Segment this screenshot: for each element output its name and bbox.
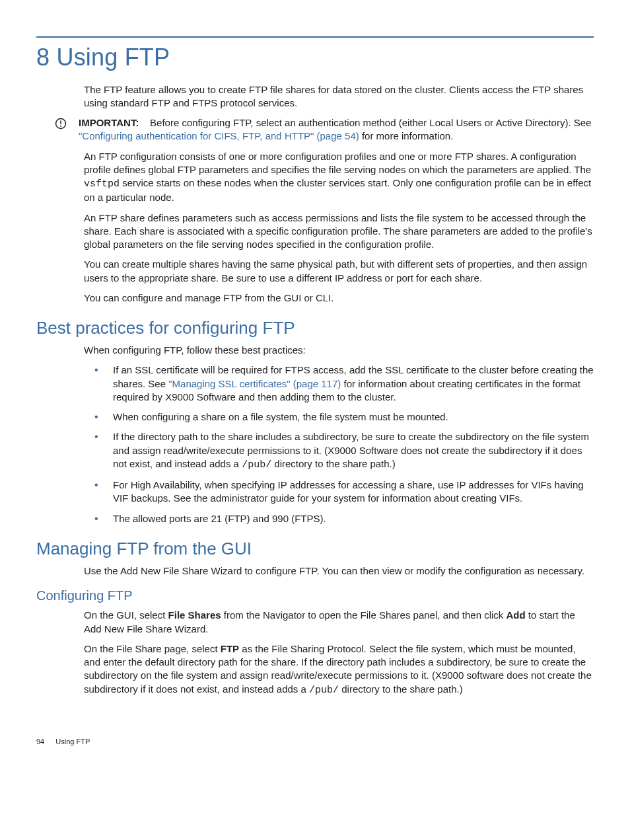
best-practices-heading: Best practices for configuring FTP <box>36 317 594 340</box>
p2a: An FTP configuration consists of one or … <box>84 151 591 175</box>
svg-point-2 <box>60 126 61 127</box>
chapter-number: 8 <box>36 44 50 71</box>
configuring-ftp-heading: Configuring FTP <box>36 587 594 605</box>
chapter-title: 8 Using FTP <box>36 42 594 74</box>
managing-gui-intro: Use the Add New File Share Wizard to con… <box>84 564 594 578</box>
paragraph-ftp-share: An FTP share defines parameters such as … <box>84 211 594 252</box>
cp2a: On the File Share page, select <box>84 643 221 654</box>
list-item: The allowed ports are 21 (FTP) and 990 (… <box>94 512 594 525</box>
important-admonition: IMPORTANT: Before configuring FTP, selec… <box>55 116 594 143</box>
b3b: directory to the share path.) <box>271 458 396 469</box>
vsftpd-code: vsftpd <box>84 178 120 190</box>
ftp-bold: FTP <box>221 643 239 654</box>
intro-paragraph: The FTP feature allows you to create FTP… <box>84 83 594 110</box>
file-shares-bold: File Shares <box>168 609 221 621</box>
important-icon <box>55 118 67 133</box>
auth-config-link[interactable]: "Configuring authentication for CIFS, FT… <box>79 130 359 141</box>
best-practices-list: If an SSL certificate will be required f… <box>36 363 594 525</box>
pub-dir-code-2: /pub/ <box>309 685 339 696</box>
important-label: IMPORTANT: <box>79 117 139 128</box>
list-item: When configuring a share on a file syste… <box>94 410 594 424</box>
top-rule <box>36 36 594 38</box>
list-item: If an SSL certificate will be required f… <box>94 363 594 404</box>
list-item: If the directory path to the share inclu… <box>94 430 594 472</box>
paragraph-config-profiles: An FTP configuration consists of one or … <box>84 150 594 205</box>
paragraph-gui-cli: You can configure and manage FTP from th… <box>84 291 594 305</box>
footer-title: Using FTP <box>55 738 90 745</box>
best-practices-intro: When configuring FTP, follow these best … <box>84 344 594 357</box>
ssl-cert-link[interactable]: "Managing SSL certificates" (page 117) <box>168 378 341 389</box>
add-bold: Add <box>507 609 526 621</box>
chapter-name: Using FTP <box>56 44 170 71</box>
page-number: 94 <box>36 737 44 747</box>
important-post: for more information. <box>359 130 454 141</box>
paragraph-multiple-shares: You can create multiple shares having th… <box>84 258 594 285</box>
p2b: service starts on these nodes when the c… <box>84 177 591 203</box>
configuring-p2: On the File Share page, select FTP as th… <box>84 642 594 697</box>
cp2c: directory to the share path.) <box>339 683 463 695</box>
configuring-p1: On the GUI, select File Shares from the … <box>84 609 594 636</box>
important-pre: Before configuring FTP, select an authen… <box>150 117 591 128</box>
cp1a: On the GUI, select <box>84 609 168 621</box>
cp1b: from the Navigator to open the File Shar… <box>221 609 507 621</box>
pub-dir-code: /pub/ <box>242 459 271 471</box>
managing-gui-heading: Managing FTP from the GUI <box>36 537 594 560</box>
page-footer: 94 Using FTP <box>36 737 594 747</box>
list-item: For High Availability, when specifying I… <box>94 478 594 506</box>
important-text: IMPORTANT: Before configuring FTP, selec… <box>79 116 594 143</box>
